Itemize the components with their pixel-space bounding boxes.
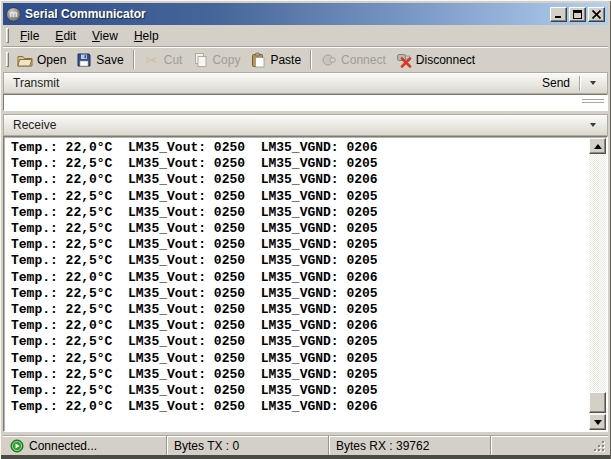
arrow-down-icon xyxy=(594,420,602,425)
bytes-rx-text: Bytes RX : 39762 xyxy=(336,439,429,453)
receive-dropdown-icon[interactable] xyxy=(590,123,596,127)
app-icon: m xyxy=(6,7,21,22)
toolbar-button-label: Paste xyxy=(270,53,301,67)
status-bytes-tx: Bytes TX : 0 xyxy=(166,436,328,455)
statusbar: Connected... Bytes TX : 0 Bytes RX : 397… xyxy=(3,435,608,455)
titlebar-buttons xyxy=(548,7,605,22)
transmit-header-label: Transmit xyxy=(13,76,59,90)
close-icon xyxy=(592,10,601,19)
disconnect-icon xyxy=(396,52,412,68)
receive-log-text[interactable]: Temp.: 22,0°C LM35_Vout: 0250 LM35_VGND:… xyxy=(4,137,607,415)
window-title: Serial Communicator xyxy=(25,7,146,21)
toolbar-separator xyxy=(133,50,135,69)
paste-button[interactable]: Paste xyxy=(245,50,306,70)
serial-communicator-window: m Serial Communicator File Edit View Hel… xyxy=(0,0,611,459)
send-separator xyxy=(579,76,580,91)
maximize-icon xyxy=(573,10,582,19)
menu-file[interactable]: File xyxy=(12,27,47,45)
connect-plug-icon xyxy=(321,52,337,68)
scrollbar-thumb[interactable] xyxy=(589,392,606,413)
open-folder-icon xyxy=(17,52,33,68)
status-bytes-rx: Bytes RX : 39762 xyxy=(328,436,490,455)
menu-edit[interactable]: Edit xyxy=(47,27,84,45)
close-button[interactable] xyxy=(588,7,605,22)
transmit-panel-header: Transmit Send xyxy=(3,72,608,94)
transmit-input[interactable] xyxy=(4,96,607,109)
copy-button: Copy xyxy=(187,50,245,70)
connected-green-icon xyxy=(10,439,24,453)
save-button[interactable]: Save xyxy=(71,50,128,70)
menubar-grip[interactable] xyxy=(6,28,9,43)
menubar: File Edit View Help xyxy=(3,25,608,46)
toolbar-button-label: Open xyxy=(37,53,66,67)
cut-button: ✂ Cut xyxy=(139,50,188,70)
toolbar-separator xyxy=(310,50,312,69)
connect-button: Connect xyxy=(316,50,391,70)
toolbar-button-label: Cut xyxy=(164,53,183,67)
transmit-input-wrap xyxy=(3,94,608,111)
send-button[interactable]: Send xyxy=(533,75,579,91)
cut-scissors-icon: ✂ xyxy=(144,52,160,68)
bytes-tx-text: Bytes TX : 0 xyxy=(174,439,239,453)
transmit-input-grip[interactable] xyxy=(582,99,604,105)
toolbar-button-label: Save xyxy=(96,53,123,67)
receive-header-label: Receive xyxy=(13,118,56,132)
send-dropdown-icon[interactable] xyxy=(590,81,596,85)
arrow-up-icon xyxy=(594,144,602,149)
toolbar: Open Save ✂ Cut xyxy=(3,46,608,72)
receive-panel-header: Receive xyxy=(3,114,608,136)
menu-help[interactable]: Help xyxy=(126,27,167,45)
save-floppy-icon xyxy=(76,52,92,68)
resize-grip-icon[interactable] xyxy=(592,439,605,452)
copy-pages-icon xyxy=(192,52,208,68)
receive-header-controls xyxy=(588,123,598,127)
scroll-down-button[interactable] xyxy=(589,414,606,430)
toolbar-button-label: Connect xyxy=(341,53,386,67)
status-connection: Connected... xyxy=(3,436,166,455)
toolbar-button-label: Disconnect xyxy=(416,53,475,67)
receive-area[interactable]: Temp.: 22,0°C LM35_Vout: 0250 LM35_VGND:… xyxy=(3,136,608,432)
minimize-button[interactable] xyxy=(550,7,567,22)
minimize-icon xyxy=(555,10,563,19)
paste-clipboard-icon xyxy=(250,52,266,68)
open-button[interactable]: Open xyxy=(12,50,71,70)
receive-scrollbar[interactable] xyxy=(589,138,606,430)
menu-view[interactable]: View xyxy=(84,27,126,45)
disconnect-button[interactable]: Disconnect xyxy=(391,50,480,70)
toolbar-grip[interactable] xyxy=(6,52,9,67)
toolbar-button-label: Copy xyxy=(212,53,240,67)
status-empty-section xyxy=(490,436,608,455)
titlebar[interactable]: m Serial Communicator xyxy=(3,3,608,25)
scroll-up-button[interactable] xyxy=(589,138,606,154)
connection-status-text: Connected... xyxy=(29,439,97,453)
maximize-button[interactable] xyxy=(569,7,586,22)
send-area: Send xyxy=(533,75,598,91)
